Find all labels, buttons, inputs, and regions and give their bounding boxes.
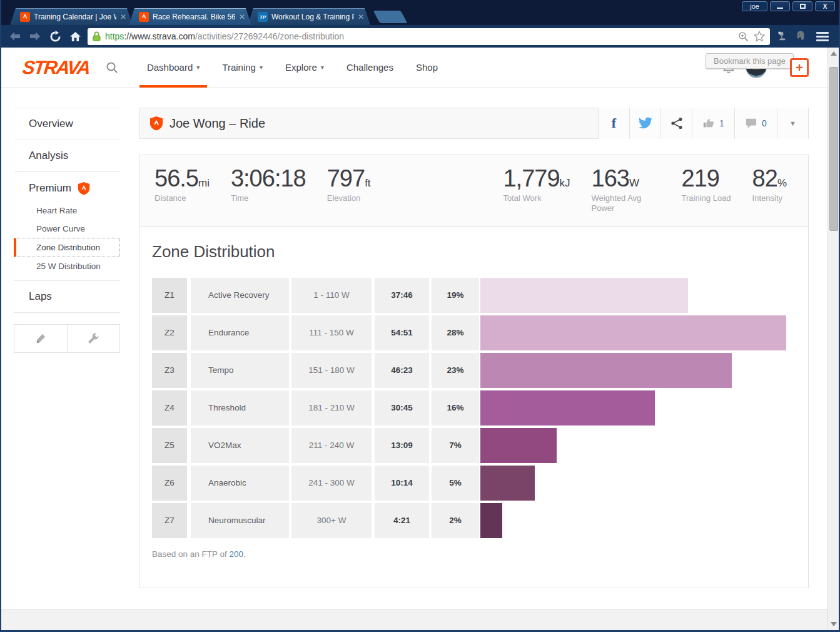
zone-code: Z5 [152,428,187,463]
kudos-button[interactable]: 1 [692,108,734,139]
scroll-down-icon[interactable] [831,622,837,626]
browser-menu-icon[interactable] [812,32,832,41]
stats-bar: 56.5mi Distance 3:06:18 Time 797ft Eleva… [139,155,808,227]
activity-title: Joe Wong – Ride [170,116,265,131]
sidebar-item-analysis[interactable]: Analysis [14,140,120,172]
stat-total-work: 1,779kJ Total Work [503,165,570,214]
zone-bar-track [480,390,808,426]
refresh-button[interactable] [48,29,63,44]
zone-name: Active Recovery [191,278,289,313]
tab-close-icon[interactable]: ✕ [358,13,364,21]
zone-bar [480,315,786,350]
tab-close-icon[interactable]: ✕ [120,13,126,21]
tab-title: Race Rehearsal. Bike 56 m [153,13,235,21]
tab-race-rehearsal[interactable]: Race Rehearsal. Bike 56 m ✕ [129,8,251,25]
tab-workout-log[interactable]: TP Workout Log & Training P ✕ [248,8,370,25]
zone-code: Z1 [152,278,187,313]
share-button[interactable] [660,108,692,139]
sidebar-item-heart-rate[interactable]: Heart Rate [14,201,120,220]
zone-range: 181 - 210 W [291,390,372,426]
back-button[interactable] [8,29,23,44]
tab-training-calendar[interactable]: Training Calendar | Joe W ✕ [10,8,133,25]
elephant-extension-icon[interactable] [794,29,807,43]
settings-wrench-button[interactable] [67,325,120,352]
lamp-extension-icon[interactable] [775,29,789,43]
nav-dashboard[interactable]: Dashboard▾ [136,48,211,88]
zone-name: Neuromuscular [191,503,289,538]
sidebar-item-zone-distribution[interactable]: Zone Distribution [14,238,120,257]
window-user-label: joe [742,1,767,11]
zone-time: 13:09 [375,428,429,463]
home-button[interactable] [68,29,83,44]
url-text[interactable]: https://www.strava.com/activities/272692… [105,31,734,41]
premium-shield-icon [78,181,90,195]
sidebar-item-25w-distribution[interactable]: 25 W Distribution [14,257,120,275]
facebook-icon: f [612,115,616,131]
chevron-down-icon: ▾ [321,64,324,71]
strava-logo[interactable]: STRAVA [21,57,90,78]
search-icon[interactable] [106,61,118,74]
zone-bar-track [480,278,808,313]
zone-bar [480,390,655,426]
stat-distance: 56.5mi Distance [154,165,210,214]
activity-actions-dropdown[interactable]: ▼ [777,108,808,139]
stat-intensity: 82% Intensity [752,165,787,214]
zone-time: 30:45 [375,390,429,426]
zone-row-z6: Z6 Anaerobic 241 - 300 W 10:14 5% [152,466,808,501]
zone-code: Z3 [152,353,187,388]
ftp-note: Based on an FTP of 200. [152,549,808,559]
zone-range: 151 - 180 W [291,353,372,388]
strava-page: STRAVA Dashboard▾ Training▾ Explore▾ Cha… [1,48,827,630]
sidebar-item-overview[interactable]: Overview [14,108,120,140]
share-icon [670,117,683,130]
main-content: Joe Wong – Ride f [139,108,809,588]
bookmark-star-icon[interactable] [754,31,765,42]
zone-name: Endurance [191,315,289,350]
page-body: Overview Analysis Premium Heart Rate Pow… [1,88,827,588]
zone-range: 211 - 240 W [291,428,372,463]
zone-row-z1: Z1 Active Recovery 1 - 110 W 37:46 19% [152,278,808,313]
minimize-button[interactable] [770,1,790,11]
tab-bar: Training Calendar | Joe W ✕ Race Rehears… [10,8,404,25]
vertical-scrollbar[interactable] [827,48,839,630]
zone-row-z2: Z2 Endurance 111 - 150 W 54:51 28% [152,315,808,350]
add-button[interactable]: + [790,58,809,77]
url-bar[interactable]: https://www.strava.com/activities/272692… [88,28,770,45]
sidebar-item-premium[interactable]: Premium [14,172,120,201]
tab-title: Workout Log & Training P [271,13,354,21]
kudos-count: 1 [719,118,724,128]
zone-bar-track [480,353,808,388]
nav-challenges[interactable]: Challenges [335,48,405,88]
strava-favicon-icon [20,12,30,22]
nav-shop[interactable]: Shop [405,48,449,88]
sidebar-item-laps[interactable]: Laps [14,281,120,313]
browser-viewport: STRAVA Dashboard▾ Training▾ Explore▾ Cha… [1,48,839,630]
twitter-share-button[interactable] [629,108,660,139]
edit-activity-button[interactable] [14,325,67,352]
header-right: ▾ Bookmark this page + [722,57,809,78]
maximize-button[interactable] [792,1,812,11]
close-button[interactable]: X [815,1,835,11]
nav-explore[interactable]: Explore▾ [274,48,335,88]
ftp-link[interactable]: 200 [230,549,244,559]
tab-close-icon[interactable]: ✕ [239,13,245,21]
forward-button[interactable] [28,29,43,44]
activity-sidebar: Overview Analysis Premium Heart Rate Pow… [14,108,120,588]
zone-bar [480,503,502,538]
section-title: Zone Distribution [152,242,808,262]
sidebar-item-power-curve[interactable]: Power Curve [14,220,120,238]
activity-data-card: 56.5mi Distance 3:06:18 Time 797ft Eleva… [139,155,809,588]
zone-percent: 5% [432,466,479,501]
padlock-icon [93,31,101,41]
comments-button[interactable]: 0 [734,108,777,139]
scrollbar-thumb[interactable] [829,67,838,231]
scroll-up-icon[interactable] [831,51,837,56]
nav-training[interactable]: Training▾ [211,48,274,88]
facebook-share-button[interactable]: f [598,108,629,139]
stat-elevation: 797ft Elevation [327,165,371,214]
zoom-page-icon[interactable] [738,31,749,42]
titlebar: joe X [742,1,835,11]
zone-time: 10:14 [375,466,429,501]
zone-range: 300+ W [291,503,372,538]
new-tab-button[interactable] [373,11,408,23]
